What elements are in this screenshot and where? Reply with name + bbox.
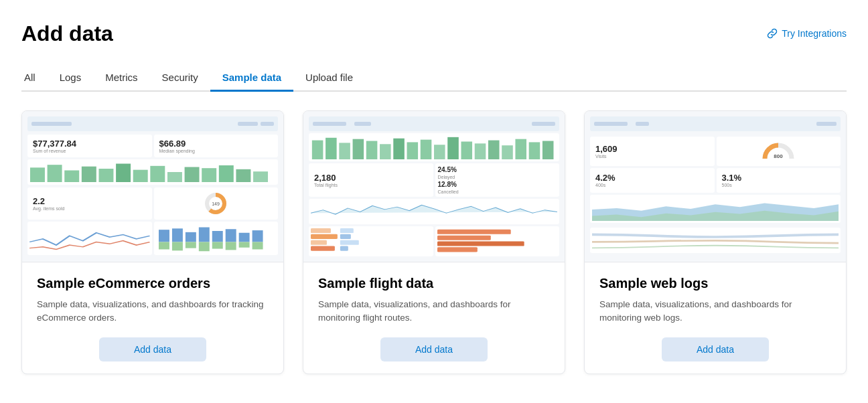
lph2 [636, 122, 649, 126]
svg-rect-51 [311, 228, 331, 233]
svg-rect-9 [185, 167, 200, 182]
flight-delay-chart [435, 226, 560, 256]
logs-visits-value: 1,609 [595, 144, 709, 154]
svg-rect-52 [311, 234, 338, 239]
svg-rect-20 [171, 242, 182, 251]
logs-400-label: 400s [595, 183, 709, 187]
preview-header-bar2 [238, 122, 258, 126]
svg-rect-28 [225, 242, 236, 250]
cards-row: $77,377.84 Sum of revenue $66.89 Median … [21, 110, 847, 374]
svg-rect-45 [475, 143, 486, 159]
flight-pct-metrics: 24.5% Delayed 12.8% Cancelled [435, 163, 560, 197]
svg-rect-60 [437, 236, 491, 240]
try-integrations-link[interactable]: Try Integrations [767, 28, 847, 39]
logs-flow-chart [590, 228, 841, 253]
svg-rect-26 [212, 242, 222, 249]
preview-green-chart [27, 159, 278, 185]
logs-preview-header [590, 116, 841, 131]
svg-rect-7 [150, 165, 165, 181]
svg-rect-4 [98, 169, 113, 182]
flight-heatmap [309, 226, 433, 256]
logs-visits-label: Visits [595, 154, 709, 159]
svg-rect-11 [219, 165, 234, 182]
heatmap-svg [311, 228, 431, 254]
svg-rect-43 [447, 137, 459, 159]
lph1 [594, 122, 628, 126]
preview-revenue-label: Sum of revenue [33, 149, 147, 153]
add-data-button-flight[interactable]: Add data [380, 337, 488, 361]
svg-rect-53 [311, 240, 327, 245]
tab-security[interactable]: Security [150, 65, 210, 92]
flight-total-label: Total flights [314, 183, 428, 187]
svg-rect-24 [198, 242, 209, 252]
svg-rect-33 [312, 141, 323, 159]
svg-rect-61 [437, 242, 524, 246]
preview-line-chart [27, 222, 152, 255]
flight-bar-chart [309, 133, 559, 161]
ph3 [532, 122, 555, 126]
svg-rect-13 [253, 171, 268, 182]
logs-500-value: 3.1% [722, 173, 836, 183]
svg-rect-62 [437, 247, 478, 252]
svg-rect-18 [158, 242, 169, 250]
logs-metric-visits: 1,609 Visits [590, 137, 715, 167]
preview-median-value: $66.89 [159, 139, 273, 149]
preview-header-bar3 [261, 122, 274, 126]
svg-rect-59 [437, 230, 511, 234]
svg-rect-54 [311, 246, 335, 251]
svg-rect-23 [198, 228, 209, 242]
lph3 [816, 122, 837, 126]
card-weblogs-content: Sample web logs Sample data, visualizati… [585, 262, 846, 374]
svg-rect-49 [529, 142, 540, 159]
svg-rect-34 [326, 138, 337, 159]
svg-rect-47 [502, 145, 513, 159]
area-svg [592, 197, 839, 221]
card-ecommerce-content: Sample eCommerce orders Sample data, vis… [22, 262, 283, 374]
svg-rect-36 [353, 139, 364, 159]
stacked-svg [156, 224, 277, 253]
svg-rect-35 [339, 143, 350, 159]
ph1 [313, 122, 346, 126]
preview-stacked-chart [154, 222, 279, 255]
svg-rect-55 [340, 228, 354, 233]
logs-gauge: 800 [717, 137, 841, 167]
svg-rect-40 [407, 142, 419, 159]
delay-svg [437, 228, 558, 254]
preview-avg-label: Avg. items sold [33, 206, 147, 211]
svg-rect-31 [252, 230, 263, 242]
svg-rect-3 [82, 166, 96, 181]
svg-rect-38 [380, 144, 391, 159]
flow-svg [592, 230, 839, 251]
svg-rect-57 [340, 240, 359, 245]
preview-metric-revenue: $77,377.84 Sum of revenue [27, 135, 152, 157]
ph2 [354, 122, 371, 126]
tab-metrics[interactable]: Metrics [93, 65, 149, 92]
card-ecommerce-preview: $77,377.84 Sum of revenue $66.89 Median … [22, 111, 283, 262]
flight-metric-total: 2,180 Total flights [309, 163, 433, 197]
header-row: Add data Try Integrations [21, 21, 847, 46]
svg-rect-32 [252, 242, 263, 250]
flight-preview-header [309, 116, 559, 131]
logs-500-label: 500s [722, 183, 836, 187]
add-data-button-ecommerce[interactable]: Add data [99, 337, 206, 361]
card-flight: 2,180 Total flights 24.5% Delayed 12.8% … [303, 110, 565, 374]
tab-sample-data[interactable]: Sample data [210, 65, 293, 92]
svg-rect-2 [64, 170, 79, 182]
svg-rect-56 [340, 234, 351, 239]
svg-text:800: 800 [774, 153, 784, 159]
card-weblogs-title: Sample web logs [599, 276, 831, 291]
tab-upload-file[interactable]: Upload file [293, 65, 365, 92]
tab-logs[interactable]: Logs [48, 65, 94, 92]
svg-rect-58 [340, 246, 348, 251]
svg-rect-0 [30, 167, 45, 182]
pct-val2: 12.8% [438, 181, 557, 188]
add-data-button-weblogs[interactable]: Add data [662, 337, 769, 361]
tab-all[interactable]: All [21, 65, 48, 92]
svg-rect-37 [366, 141, 378, 159]
card-weblogs-preview: 1,609 Visits 800 4.2% 400s 3.1% 500s [585, 111, 846, 262]
svg-rect-25 [212, 231, 222, 242]
svg-rect-46 [488, 141, 500, 159]
svg-rect-21 [185, 232, 196, 242]
preview-revenue-value: $77,377.84 [33, 139, 147, 149]
donut-svg: 149 [203, 191, 228, 216]
